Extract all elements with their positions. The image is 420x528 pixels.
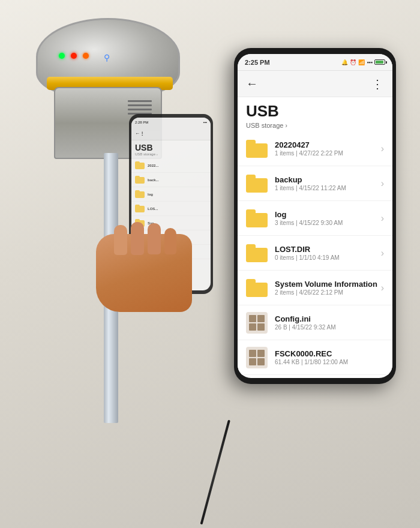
more-button[interactable]: ⋮ xyxy=(371,77,384,91)
nav-bar: ← ⋮ xyxy=(238,71,392,97)
small-list-item[interactable]: log xyxy=(131,187,211,202)
file-name: LOST.DIR xyxy=(275,245,381,254)
file-name: FSCK0000.REC xyxy=(275,349,384,358)
file-info: LOST.DIR 0 items | 1/1/10 4:19 AM xyxy=(275,245,381,261)
file-info: log 3 items | 4/15/22 9:30 AM xyxy=(275,210,381,226)
hand xyxy=(84,210,204,330)
list-item[interactable]: log 3 items | 4/15/22 9:30 AM › xyxy=(238,201,392,236)
file-meta: 3 items | 4/15/22 9:30 AM xyxy=(275,220,381,226)
file-meta: 2 items | 4/26/22 2:12 PM xyxy=(275,289,381,296)
notification-icon: 🔔 xyxy=(341,59,348,65)
small-breadcrumb: USB storage › xyxy=(135,152,207,156)
file-meta: 1 items | 4/27/22 2:22 PM xyxy=(275,150,381,157)
page-title-area: USB USB storage › xyxy=(238,97,392,131)
bluetooth-icon: ⚲ xyxy=(104,53,112,64)
back-button[interactable]: ← xyxy=(246,77,258,91)
small-list-item[interactable]: back... xyxy=(131,173,211,187)
breadcrumb: USB storage › xyxy=(246,122,384,129)
status-bar: 2:25 PM 🔔 ⏰ 📶 ▪▪▪ xyxy=(238,54,392,71)
file-name: Config.ini xyxy=(275,314,384,323)
small-page-title: USB xyxy=(135,143,207,152)
small-nav: ← ⋮ xyxy=(131,127,211,140)
battery-icon xyxy=(374,59,385,65)
signal-icon: ▪▪▪ xyxy=(367,59,373,65)
file-name: log xyxy=(275,210,381,219)
file-info: backup 1 items | 4/15/22 11:22 AM xyxy=(275,175,381,191)
file-meta: 1 items | 4/15/22 11:22 AM xyxy=(275,185,381,191)
main-phone: 2:25 PM 🔔 ⏰ 📶 ▪▪▪ ← ⋮ USB USB storage › xyxy=(234,48,396,384)
folder-icon xyxy=(246,244,268,262)
file-info: 20220427 1 items | 4/27/22 2:22 PM xyxy=(275,140,381,157)
file-icon xyxy=(246,347,268,368)
folder-icon xyxy=(246,140,268,158)
chevron-icon: › xyxy=(381,283,384,293)
phone-screen: 2:25 PM 🔔 ⏰ 📶 ▪▪▪ ← ⋮ USB USB storage › xyxy=(238,54,392,378)
chevron-icon: › xyxy=(381,213,384,224)
led-red xyxy=(71,53,77,59)
list-item[interactable]: backup 1 items | 4/15/22 11:22 AM › xyxy=(238,166,392,201)
file-meta: 61.44 KB | 1/1/80 12:00 AM xyxy=(275,359,384,365)
alarm-icon: ⏰ xyxy=(350,59,356,65)
folder-icon xyxy=(246,279,268,297)
folder-icon xyxy=(246,209,268,227)
file-info: Config.ini 26 B | 4/15/22 9:32 AM xyxy=(275,314,384,331)
chevron-icon: › xyxy=(381,178,384,189)
chevron-icon: › xyxy=(381,248,384,259)
file-meta: 26 B | 4/15/22 9:32 AM xyxy=(275,324,384,331)
list-item[interactable]: Config.ini 26 B | 4/15/22 9:32 AM xyxy=(238,305,392,340)
wifi-icon: 📶 xyxy=(358,59,365,65)
status-time: 2:25 PM xyxy=(245,59,270,66)
chevron-icon: › xyxy=(381,143,384,154)
small-list-item[interactable]: 2022... xyxy=(131,158,211,173)
folder-icon xyxy=(246,175,268,193)
list-item[interactable]: LOST.DIR 0 items | 1/1/10 4:19 AM › xyxy=(238,236,392,271)
breadcrumb-text: USB storage xyxy=(246,122,283,129)
led-power xyxy=(83,53,89,59)
file-info: System Volume Information 2 items | 4/26… xyxy=(275,280,381,296)
page-title: USB xyxy=(246,102,384,121)
list-item[interactable]: System Volume Information 2 items | 4/26… xyxy=(238,271,392,305)
file-name: 20220427 xyxy=(275,140,381,149)
status-icons: 🔔 ⏰ 📶 ▪▪▪ xyxy=(341,59,385,65)
indicators xyxy=(59,53,89,59)
list-item[interactable]: 20220427 1 items | 4/27/22 2:22 PM › xyxy=(238,131,392,166)
file-name: backup xyxy=(275,175,381,184)
file-meta: 0 items | 1/1/10 4:19 AM xyxy=(275,254,381,261)
antenna-dome: ⚲ xyxy=(36,18,180,96)
file-list: 20220427 1 items | 4/27/22 2:22 PM › bac… xyxy=(238,131,392,375)
led-green xyxy=(59,53,65,59)
list-item[interactable]: FSCK0000.REC 61.44 KB | 1/1/80 12:00 AM xyxy=(238,340,392,375)
file-name: System Volume Information xyxy=(275,280,381,289)
breadcrumb-arrow: › xyxy=(285,122,287,129)
file-info: FSCK0000.REC 61.44 KB | 1/1/80 12:00 AM xyxy=(275,349,384,365)
small-time: 2:28 PM xyxy=(135,121,148,124)
file-icon xyxy=(246,312,268,334)
